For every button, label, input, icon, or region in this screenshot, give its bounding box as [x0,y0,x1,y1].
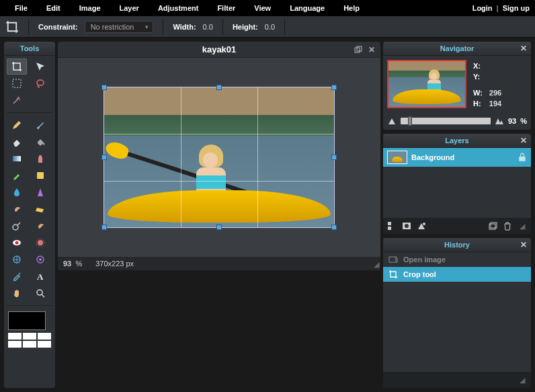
delete-layer-icon[interactable] [503,221,512,231]
hand-tool[interactable] [7,285,27,301]
menu-adjustment[interactable]: Adjustment [149,1,208,15]
maximize-icon[interactable] [354,45,363,54]
brush-tool[interactable] [30,117,50,133]
sharpen-tool[interactable] [30,184,50,200]
resize-grip-icon[interactable]: ◢ [374,260,379,269]
history-item-crop[interactable]: Crop tool [383,267,531,282]
layers-header: Layers ✕ [383,134,531,148]
zoom-slider[interactable] [401,118,491,124]
eyedropper-tool[interactable] [7,268,27,284]
menu-layer[interactable]: Layer [110,1,149,15]
smudge-tool[interactable] [7,201,27,217]
redeye-tool[interactable] [7,235,27,251]
gradient-tool[interactable] [7,151,27,167]
layer-row[interactable]: Background [383,148,531,167]
spot-heal-tool[interactable] [30,235,50,251]
color-replace-tool[interactable] [7,167,27,184]
history-panel: History ✕ Open image Crop tool ◢ [383,238,531,388]
swatch[interactable] [38,341,51,348]
menu-file[interactable]: File [5,1,37,15]
burn-tool[interactable] [30,218,50,234]
constraint-label: Constraint: [38,23,78,31]
menu-edit[interactable]: Edit [37,1,70,15]
canvas-panel: kayak01 ✕ [58,42,380,270]
dodge-tool[interactable] [7,218,27,234]
svg-rect-3 [13,156,21,161]
layer-style-icon[interactable] [417,221,426,231]
separator [284,19,285,35]
height-value[interactable]: 0.0 [265,23,275,31]
right-column: Navigator ✕ X: Y: W:296 H:194 9 [383,42,531,388]
navigator-thumbnail[interactable] [387,60,466,108]
width-value[interactable]: 0.0 [203,23,213,31]
svg-point-14 [37,290,42,295]
sponge-tool[interactable] [30,201,50,217]
lock-icon[interactable] [518,153,527,162]
draw-tool[interactable] [30,167,50,184]
resize-grip-icon[interactable]: ◢ [518,375,527,385]
type-tool[interactable]: A [30,268,50,284]
layers-panel: Layers ✕ Background ◢ [383,134,531,234]
signup-link[interactable]: Sign up [503,4,530,12]
wand-tool[interactable] [7,92,27,108]
menu-image[interactable]: Image [70,1,110,15]
lasso-tool[interactable] [30,75,50,91]
zoom-in-icon[interactable] [495,116,504,126]
menu-language[interactable]: Language [280,1,334,15]
marquee-tool[interactable] [7,75,27,91]
close-icon[interactable]: ✕ [520,44,527,53]
preset-swatches [8,333,51,348]
zoom-tool[interactable] [30,285,50,301]
close-icon[interactable]: ✕ [367,45,376,54]
swatch[interactable] [23,333,36,340]
menu-help[interactable]: Help [334,1,369,15]
swatch[interactable] [23,341,36,348]
menu-view[interactable]: View [245,1,280,15]
canvas-body[interactable] [58,58,380,257]
blur-tool[interactable] [7,184,27,200]
zoom-value: 93 [508,117,516,125]
pinch-tool[interactable] [30,251,50,268]
nav-h-label: H: [473,99,488,108]
layer-mask-icon[interactable] [402,221,411,231]
layer-settings-icon[interactable] [387,221,397,231]
canvas-statusbar: 93 % 370x223 px ◢ [58,257,380,270]
close-icon[interactable]: ✕ [520,136,527,145]
crop-tool[interactable] [7,58,27,75]
bloat-tool[interactable] [7,251,27,268]
empty-tool [30,92,50,108]
zoom-out-icon[interactable] [387,116,397,126]
history-item-label: Open image [403,256,446,264]
move-tool[interactable] [30,58,50,75]
close-icon[interactable]: ✕ [520,240,527,249]
menubar-right: Login | Sign up [472,4,530,12]
swatch[interactable] [8,333,22,340]
zoom-slider-knob[interactable] [408,116,412,126]
nav-x-label: X: [473,61,488,71]
layer-thumbnail [387,151,407,164]
status-zoom: 93 [63,260,71,268]
eraser-tool[interactable] [7,134,27,150]
constraint-select[interactable]: No restriction [85,21,154,33]
login-link[interactable]: Login [472,4,493,12]
foreground-swatch[interactable] [8,311,46,330]
swatch[interactable] [8,341,22,348]
menu-filter[interactable]: Filter [208,1,245,15]
pencil-tool[interactable] [7,117,27,133]
image-with-crop[interactable] [104,87,335,228]
navigator-header: Navigator ✕ [383,42,531,56]
zoom-unit: % [520,117,527,125]
bucket-tool[interactable] [30,134,50,150]
resize-grip-icon[interactable]: ◢ [518,221,527,231]
new-layer-icon[interactable] [488,221,497,231]
history-item-label: Crop tool [403,270,436,278]
clone-tool[interactable] [30,151,50,167]
svg-rect-17 [519,157,525,161]
swatch[interactable] [38,333,51,340]
width-label: Width: [173,23,196,31]
history-title: History [444,241,470,249]
navigator-panel: Navigator ✕ X: Y: W:296 H:194 9 [383,42,531,130]
optionbar: Constraint: No restriction Width: 0.0 He… [0,16,535,38]
navigator-title: Navigator [440,44,475,52]
history-item-open[interactable]: Open image [383,252,531,267]
